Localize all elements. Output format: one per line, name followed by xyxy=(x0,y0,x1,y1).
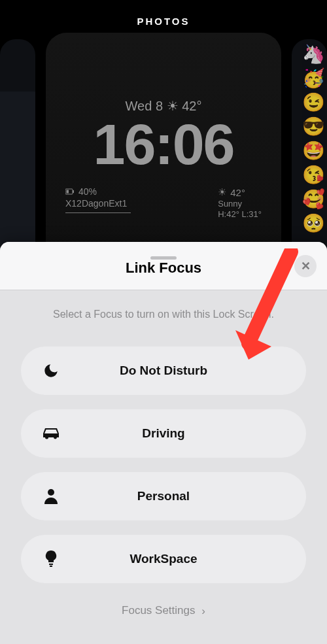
emoji: 🥺 xyxy=(302,212,325,234)
weather-hilo: H:42° L:31° xyxy=(218,209,262,219)
focus-settings-link[interactable]: Focus Settings › xyxy=(0,604,327,617)
header-photos-label: PHOTOS xyxy=(0,16,327,27)
emoji: 😎 xyxy=(302,116,325,137)
weather-widget: ☀︎ 42° Sunny H:42° L:31° xyxy=(218,186,262,219)
emoji-column: 🦄🥳😉😎🤩😘🥰🥺 xyxy=(300,39,327,238)
weather-temp: 42° xyxy=(230,187,245,198)
emoji: 😘 xyxy=(302,164,325,186)
wifi-name: X12DagonExt1 xyxy=(65,198,131,209)
close-icon: ✕ xyxy=(301,259,311,273)
focus-item-workspace[interactable]: WorkSpace xyxy=(21,535,306,583)
emoji: 😉 xyxy=(302,92,325,113)
sun-icon: ☀︎ xyxy=(218,186,226,198)
lock-widgets-row: 40% X12DagonExt1 ☀︎ 42° Sunny H:42° L:31… xyxy=(65,186,262,219)
weather-condition: Sunny xyxy=(218,199,242,209)
close-button[interactable]: ✕ xyxy=(294,255,317,277)
focus-list: Do Not Disturb Driving Personal WorkSpac… xyxy=(0,333,327,583)
battery-icon xyxy=(65,188,75,195)
battery-widget: 40% X12DagonExt1 xyxy=(65,186,131,219)
focus-item-personal[interactable]: Personal xyxy=(21,472,306,520)
sheet-title: Link Focus xyxy=(0,260,327,277)
focus-item-label: WorkSpace xyxy=(21,552,306,566)
link-focus-sheet: Link Focus ✕ Select a Focus to turn on w… xyxy=(0,242,327,644)
chevron-right-icon: › xyxy=(201,605,205,618)
emoji: 🤩 xyxy=(302,140,325,161)
emoji: 🥳 xyxy=(302,67,325,89)
emoji: 🥰 xyxy=(302,188,325,210)
emoji: 🦄 xyxy=(302,43,325,65)
focus-item-driving[interactable]: Driving xyxy=(21,409,306,458)
battery-percent: 40% xyxy=(78,186,97,197)
focus-item-do-not-disturb[interactable]: Do Not Disturb xyxy=(21,347,306,395)
focus-item-label: Do Not Disturb xyxy=(21,364,306,378)
lock-time: 16:06 xyxy=(46,111,281,178)
svg-rect-1 xyxy=(73,190,74,193)
focus-settings-label: Focus Settings xyxy=(122,604,195,617)
svg-rect-2 xyxy=(67,190,69,194)
focus-item-label: Driving xyxy=(21,426,306,441)
sheet-subtitle: Select a Focus to turn on with this Lock… xyxy=(0,290,327,333)
focus-item-label: Personal xyxy=(21,489,306,503)
sheet-header: Link Focus ✕ xyxy=(0,242,327,290)
